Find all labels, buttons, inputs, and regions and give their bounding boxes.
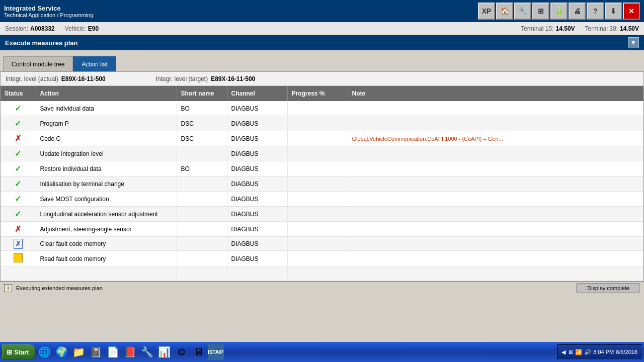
header-title: Execute measures plan bbox=[5, 39, 78, 47]
app-subtitle: Technical Application / Programming bbox=[4, 12, 93, 18]
cell-status bbox=[1, 251, 36, 267]
cell-status: ✓ bbox=[1, 101, 36, 116]
cell-progress bbox=[287, 251, 348, 267]
taskbar-icon-acrobat[interactable]: 📕 bbox=[122, 344, 138, 360]
cell-action: Initialisation by terminal change bbox=[36, 176, 177, 192]
taskbar-icon-chrome[interactable]: 🌐 bbox=[37, 344, 53, 360]
cell-channel: DIAGBUS bbox=[227, 222, 287, 237]
tab-action-list[interactable]: Action list bbox=[73, 56, 116, 71]
taskbar-icon-ista[interactable]: ISTA/P bbox=[208, 344, 224, 360]
main-content: Integr. level (actual) E89X-16-11-500 In… bbox=[0, 71, 644, 282]
cell-note bbox=[348, 251, 643, 267]
cell-action: Longitudinal acceleration sensor adjustm… bbox=[36, 207, 177, 222]
check-icon: ✓ bbox=[15, 164, 21, 173]
cell-short-name bbox=[177, 222, 227, 237]
table-wrapper: Status Action Short name Channel Progres… bbox=[1, 86, 643, 281]
cell-status: ✗ bbox=[1, 222, 36, 237]
tab-control-module[interactable]: Control module tree bbox=[3, 56, 73, 71]
terminal15-label: Terminal 15: bbox=[521, 25, 553, 32]
integr-actual-value: E89X-16-11-500 bbox=[61, 75, 106, 82]
terminal15-value: 14.50V bbox=[556, 25, 575, 32]
action-table: Status Action Short name Channel Progres… bbox=[1, 86, 643, 281]
taskbar-icon-onenote[interactable]: 📓 bbox=[88, 344, 104, 360]
start-button[interactable]: ⊞ Start bbox=[2, 344, 36, 359]
header-icon[interactable]: ▼ bbox=[628, 37, 639, 48]
cell-action bbox=[36, 267, 177, 281]
cell-channel: DIAGBUS bbox=[227, 207, 287, 222]
taskbar-icon-9[interactable]: 🖥 bbox=[191, 344, 207, 360]
table-row[interactable]: ✓Update integration levelDIAGBUS bbox=[1, 146, 643, 161]
cell-progress bbox=[287, 101, 348, 116]
status-bar: i Executing extended measures plan Displ… bbox=[0, 282, 644, 294]
home-button[interactable]: 🏠 bbox=[496, 3, 513, 20]
help-button[interactable]: ? bbox=[587, 3, 604, 20]
table-row[interactable]: ✓Save individual dataBODIAGBUS bbox=[1, 101, 643, 116]
taskbar-icon-6[interactable]: 🔧 bbox=[139, 344, 155, 360]
cell-status: ✓ bbox=[1, 116, 36, 131]
cell-note bbox=[348, 192, 643, 207]
cell-channel: DIAGBUS bbox=[227, 251, 287, 267]
integr-row: Integr. level (actual) E89X-16-11-500 In… bbox=[1, 72, 643, 86]
taskbar-icon-word[interactable]: 📄 bbox=[105, 344, 121, 360]
cell-channel: DIAGBUS bbox=[227, 161, 287, 176]
cell-channel bbox=[227, 267, 287, 281]
integr-target-value: E89X-16-11-500 bbox=[211, 75, 255, 82]
cell-channel: DIAGBUS bbox=[227, 101, 287, 116]
cell-short-name: DSC bbox=[177, 131, 227, 146]
cell-action: Read fault code memory bbox=[36, 251, 177, 267]
table-row[interactable]: ✗Clear fault code memoryDIAGBUS bbox=[1, 237, 643, 251]
cell-note bbox=[348, 161, 643, 176]
table-row[interactable]: ✓Program PDSCDIAGBUS bbox=[1, 116, 643, 131]
cell-status: ✗ bbox=[1, 237, 36, 251]
session-label: Session: bbox=[5, 25, 28, 32]
xp-button[interactable]: XP bbox=[478, 3, 495, 20]
taskbar-icon-8[interactable]: ⚙ bbox=[174, 344, 190, 360]
th-channel: Channel bbox=[227, 86, 287, 101]
check-icon: ✓ bbox=[15, 210, 21, 218]
integr-actual: Integr. level (actual) E89X-16-11-500 bbox=[6, 75, 106, 82]
taskbar-icon-files[interactable]: 📁 bbox=[71, 344, 87, 360]
cell-action: Code C bbox=[36, 131, 177, 146]
table-row[interactable]: ✓Save MOST configurationDIAGBUS bbox=[1, 192, 643, 207]
cell-progress bbox=[287, 116, 348, 131]
vehicle-label: Vehicle: bbox=[65, 25, 86, 32]
app-title: Integrated Service bbox=[4, 5, 93, 12]
table-row[interactable]: ✓Initialisation by terminal changeDIAGBU… bbox=[1, 176, 643, 192]
tray-icon1: 🖥 bbox=[568, 349, 573, 355]
table-row[interactable]: ✓Longitudinal acceleration sensor adjust… bbox=[1, 207, 643, 222]
header-bar: Execute measures plan ▼ bbox=[0, 35, 644, 50]
system-tray: ◀ 🖥 📶 🔊 8:04 PM 8/6/2018 bbox=[557, 344, 642, 359]
terminal15-item: Terminal 15: 14.50V bbox=[521, 25, 575, 32]
title-bar-buttons: XP 🏠 🔧 ⊞ 🔋 🖨 ? ⬇ ✕ bbox=[478, 3, 640, 20]
cell-action: Save individual data bbox=[36, 101, 177, 116]
th-note: Note bbox=[348, 86, 643, 101]
check-icon: ✓ bbox=[15, 119, 21, 128]
table-row[interactable]: ✗Code CDSCDIAGBUSGlobal.VehicleCommunica… bbox=[1, 131, 643, 146]
cell-note bbox=[348, 146, 643, 161]
title-bar: Integrated Service Technical Application… bbox=[0, 0, 644, 22]
check-icon: ✓ bbox=[15, 179, 21, 188]
grid-button[interactable]: ⊞ bbox=[532, 3, 549, 20]
table-row[interactable]: ✓Restore individual dataBODIAGBUS bbox=[1, 161, 643, 176]
taskbar-icon-ie[interactable]: 🌍 bbox=[54, 344, 70, 360]
table-row[interactable] bbox=[1, 267, 643, 281]
check-icon: ✓ bbox=[15, 195, 21, 203]
tray-icon3: 🔊 bbox=[584, 349, 591, 355]
cell-short-name: DSC bbox=[177, 116, 227, 131]
download-button[interactable]: ⬇ bbox=[605, 3, 622, 20]
close-button[interactable]: ✕ bbox=[623, 3, 640, 20]
battery-button[interactable]: 🔋 bbox=[550, 3, 568, 20]
session-value: A008332 bbox=[30, 25, 55, 32]
tray-time: 8:04 PM bbox=[593, 349, 614, 355]
taskbar-icon-7[interactable]: 📊 bbox=[156, 344, 173, 360]
print-button[interactable]: 🖨 bbox=[569, 3, 586, 20]
cell-status: ✓ bbox=[1, 207, 36, 222]
tray-arrow[interactable]: ◀ bbox=[561, 349, 566, 355]
cell-channel: DIAGBUS bbox=[227, 116, 287, 131]
tools-button[interactable]: 🔧 bbox=[514, 3, 531, 20]
integr-actual-label: Integr. level (actual) bbox=[6, 75, 58, 82]
table-row[interactable]: Read fault code memoryDIAGBUS bbox=[1, 251, 643, 267]
cell-channel: DIAGBUS bbox=[227, 237, 287, 251]
table-row[interactable]: ✗Adjustment, steering-angle sensorDIAGBU… bbox=[1, 222, 643, 237]
session-bar: Session: A008332 Vehicle: E90 Terminal 1… bbox=[0, 22, 644, 35]
